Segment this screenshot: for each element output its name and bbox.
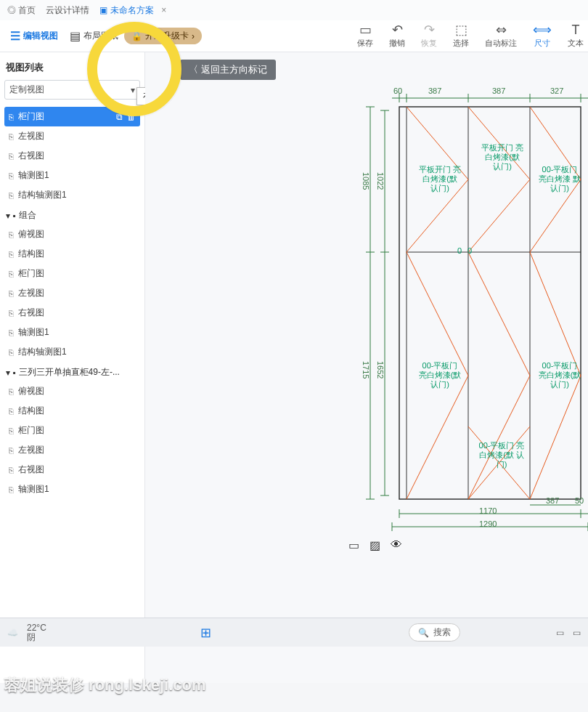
weather-icon[interactable]: ☁️ — [7, 628, 18, 638]
sidebar-item-left-view[interactable]: ⎘左视图 — [4, 126, 140, 146]
search-icon: 🔍 — [418, 628, 429, 638]
breadcrumb: ◎ 首页 云设计详情 ▣ 未命名方案 × — [0, 0, 588, 20]
upgrade-button[interactable]: 🔒 开通升级卡 › — [124, 28, 202, 44]
drawing-svg — [348, 85, 588, 535]
svg-line-16 — [530, 376, 581, 499]
sidebar-item-struct-axon1[interactable]: ⎘结构轴测图1 — [4, 185, 140, 205]
delete-icon[interactable]: 🗑 — [127, 112, 136, 122]
link-icon: ⎘ — [9, 348, 14, 357]
text-button[interactable]: T 文本 — [568, 23, 584, 49]
canvas[interactable]: 〈 返回主方向标记 — [145, 52, 588, 683]
sidebar-item[interactable]: ⎘轴测图1 — [4, 480, 140, 499]
back-to-main-button[interactable]: 〈 返回主方向标记 — [180, 60, 276, 80]
sidebar-item[interactable]: ⎘左视图 — [4, 283, 140, 303]
cabinet-drawing: 60 387 387 327 1085 1022 1715 1652 387 5… — [348, 85, 588, 535]
view-type-select[interactable]: 定制视图 ▾ — [4, 80, 140, 100]
sidebar-item[interactable]: ⎘轴测图1 — [4, 323, 140, 342]
link-icon: ⎘ — [9, 270, 14, 278]
sidebar-group-cabinet[interactable]: ▾ ▪ 三列三开单抽直柜49-左-... — [4, 362, 140, 381]
redo-icon: ↷ — [424, 23, 435, 36]
sidebar-item[interactable]: ⎘右视图 — [4, 303, 140, 323]
dimension-button[interactable]: ⟺ 尺寸 — [533, 23, 552, 49]
text-icon: T — [572, 23, 580, 36]
sidebar-item[interactable]: ⎘结构图 — [4, 244, 140, 264]
select-button[interactable]: ⬚ 选择 — [453, 23, 469, 49]
sidebar-item[interactable]: ⎘俯视图 — [4, 224, 140, 244]
dim-left-in-upper: 1022 — [376, 172, 385, 190]
taskbar-search[interactable]: 🔍 搜索 — [409, 623, 460, 642]
link-icon: ⎘ — [9, 446, 14, 455]
redo-button[interactable]: ↷ 恢复 — [421, 23, 437, 49]
svg-line-15 — [530, 252, 581, 376]
dim-top-d: 327 — [550, 86, 563, 95]
dim-top-c: 387 — [492, 86, 505, 95]
sidebar-item[interactable]: ⎘俯视图 — [4, 381, 140, 401]
close-icon[interactable]: × — [161, 5, 166, 15]
lock-view-icon[interactable]: 👁 — [391, 538, 402, 552]
image-icon[interactable]: ▨ — [369, 538, 380, 552]
watermark: 蓉姐说装修 rong.lskeji.com — [4, 674, 206, 696]
dim-left-in-lower: 1652 — [376, 361, 385, 379]
breadcrumb-home[interactable]: ◎ 首页 — [7, 4, 36, 17]
sidebar-item[interactable]: ⎘左视图 — [4, 440, 140, 460]
svg-line-8 — [468, 179, 530, 252]
dim-zero-l: 0 — [457, 246, 462, 255]
dim-top-a: 60 — [393, 86, 402, 95]
dim-bottom-seg: 387 — [546, 496, 559, 505]
undo-button[interactable]: ↶ 撤销 — [389, 23, 405, 49]
sidebar-item[interactable]: ⎘结构图 — [4, 401, 140, 421]
windows-start-icon[interactable]: ⊞ — [200, 625, 211, 641]
tab-edit-view[interactable]: ☰ 编辑视图 — [4, 26, 64, 46]
door-label: 00-平板门 亮白烤漆(默 认门) — [418, 361, 462, 389]
sidebar-item[interactable]: ⎘柜门图 — [4, 421, 140, 440]
dim-bottom-gap: 50 — [575, 496, 584, 505]
sidebar-item[interactable]: ⎘柜门图 — [4, 264, 140, 283]
link-icon: ⎘ — [9, 466, 14, 474]
dim-bottom-inner: 1170 — [479, 506, 497, 515]
tab-layout-drawing[interactable]: ▤ 布局图纸 — [64, 26, 124, 46]
sidebar-item[interactable]: ⎘右视图 — [4, 460, 140, 480]
auto-dim-icon: ⇔ — [496, 23, 507, 36]
dim-left-out-upper: 1085 — [362, 172, 370, 190]
taskbar-app-icon[interactable]: ▭ — [573, 628, 581, 638]
link-icon: ⎘ — [9, 426, 14, 435]
taskbar-app-icon[interactable]: ▭ — [556, 628, 564, 638]
save-icon: ▭ — [359, 23, 372, 36]
door-label: 平板开门 亮白烤漆(默 认门) — [481, 143, 524, 171]
svg-line-13 — [468, 252, 530, 376]
copy-icon[interactable]: ⧉ — [116, 112, 123, 122]
door-label: 00-平板门 亮白烤漆(默 认门) — [537, 361, 582, 389]
view-list-sidebar: 视图列表 定制视图 ▾ ⎘ 柜门图 ⧉ 🗑 ⎘左视图 ⎘右视图 ⎘轴测图1 ⎘结… — [0, 52, 145, 683]
weather-widget[interactable]: 22°C 阴 — [27, 623, 46, 642]
save-button[interactable]: ▭ 保存 — [357, 23, 373, 49]
sidebar-item[interactable]: ⎘结构轴测图1 — [4, 342, 140, 362]
door-label: 平板开门 亮白烤漆(默 认门) — [418, 165, 462, 193]
dim-top-b: 387 — [428, 86, 441, 95]
sidebar-item-axon1[interactable]: ⎘轴测图1 — [4, 166, 140, 185]
link-icon: ⎘ — [9, 309, 14, 317]
link-icon: ⎘ — [9, 230, 14, 239]
door-label: 00-平板门 亮白烤漆 默认门) — [537, 165, 582, 193]
edit-icon: ☰ — [10, 29, 20, 43]
sidebar-item-right-view[interactable]: ⎘右视图 — [4, 146, 140, 166]
main-toolbar: ☰ 编辑视图 ▤ 布局图纸 🔒 开通升级卡 › ▭ 保存 ↶ 撤销 ↷ 恢复 ⬚… — [0, 20, 588, 52]
page-icon[interactable]: ▭ — [348, 538, 359, 552]
link-icon: ⎘ — [9, 191, 14, 200]
canvas-bottom-toolbar: ▭ ▨ 👁 — [348, 538, 402, 552]
breadcrumb-docname[interactable]: ▣ 未命名方案 × — [99, 4, 166, 17]
chevron-right-icon: › — [192, 31, 195, 41]
lock-icon: 🔒 — [131, 31, 142, 41]
breadcrumb-design[interactable]: 云设计详情 — [46, 4, 89, 17]
sidebar-item-cabinet-door[interactable]: ⎘ 柜门图 ⧉ 🗑 — [4, 107, 140, 126]
doc-icon: ▣ — [99, 5, 107, 15]
sidebar-title: 视图列表 — [6, 61, 139, 74]
sidebar-group-combo[interactable]: ▾ ▪ 组合 — [4, 205, 140, 224]
auto-dim-button[interactable]: ⇔ 自动标注 — [485, 23, 517, 49]
dim-zero-r: 0 — [467, 246, 472, 255]
svg-line-11 — [407, 252, 468, 376]
link-icon: ⎘ — [9, 407, 14, 416]
dimension-icon: ⟺ — [533, 23, 552, 36]
door-label: 00-平板门 亮白烤漆(默 认门) — [478, 441, 526, 469]
link-icon: ⎘ — [9, 250, 14, 259]
link-icon: ⎘ — [9, 387, 14, 396]
